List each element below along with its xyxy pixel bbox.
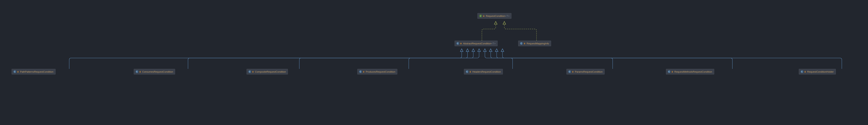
type-name: AbstractRequestCondition xyxy=(463,42,491,45)
node-produces-request-condition[interactable]: C ProducesRequestCondition xyxy=(357,69,397,74)
node-consumes-request-condition[interactable]: C ConsumesRequestCondition xyxy=(134,69,175,74)
lock-icon xyxy=(483,15,485,17)
class-icon: C xyxy=(466,70,469,73)
class-icon: C xyxy=(801,70,803,73)
type-generic: <T> xyxy=(491,42,496,45)
class-icon: C xyxy=(13,70,16,73)
class-icon: C xyxy=(359,70,362,73)
class-icon: C xyxy=(668,70,671,73)
lock-icon xyxy=(469,71,471,72)
lock-icon xyxy=(524,42,525,44)
node-request-condition[interactable]: I RequestCondition<T> xyxy=(477,13,512,19)
node-composite-request-condition[interactable]: C CompositeRequestCondition xyxy=(247,69,288,74)
node-params-request-condition[interactable]: C ParamsRequestCondition xyxy=(566,69,604,74)
type-generic: <T> xyxy=(505,14,509,18)
node-path-patterns-request-condition[interactable]: C PathPatternsRequestCondition xyxy=(11,69,56,74)
type-name: HeadersRequestCondition xyxy=(472,70,501,73)
type-name: PathPatternsRequestCondition xyxy=(20,70,54,73)
type-name: ProducesRequestCondition xyxy=(366,70,395,73)
node-abstract-request-condition[interactable]: C AbstractRequestCondition<T> xyxy=(455,41,498,46)
class-icon: C xyxy=(520,42,523,45)
type-name: ParamsRequestCondition xyxy=(575,70,602,73)
node-request-condition-holder[interactable]: C RequestConditionHolder xyxy=(799,69,836,74)
type-name: RequestCondition xyxy=(486,14,505,18)
class-icon: C xyxy=(248,70,251,73)
diagram-connectors xyxy=(0,0,868,125)
interface-icon: I xyxy=(479,14,482,18)
lock-icon xyxy=(139,71,141,72)
lock-icon xyxy=(460,42,462,44)
lock-icon xyxy=(17,71,19,72)
node-request-mapping-info[interactable]: C RequestMappingInfo xyxy=(518,41,551,46)
lock-icon xyxy=(672,71,673,72)
type-name: CompositeRequestCondition xyxy=(255,70,286,73)
class-icon: C xyxy=(135,70,138,73)
node-request-methods-request-condition[interactable]: C RequestMethodsRequestCondition xyxy=(666,69,714,74)
type-name: RequestMappingInfo xyxy=(527,42,549,45)
class-icon: C xyxy=(456,42,459,45)
type-name: RequestMethodsRequestCondition xyxy=(674,70,712,73)
node-headers-request-condition[interactable]: C HeadersRequestCondition xyxy=(464,69,503,74)
type-name: ConsumesRequestCondition xyxy=(142,70,173,73)
lock-icon xyxy=(804,71,806,72)
class-icon: C xyxy=(568,70,571,73)
lock-icon xyxy=(572,71,574,72)
lock-icon xyxy=(363,71,365,72)
lock-icon xyxy=(252,71,254,72)
type-name: RequestConditionHolder xyxy=(807,70,834,73)
